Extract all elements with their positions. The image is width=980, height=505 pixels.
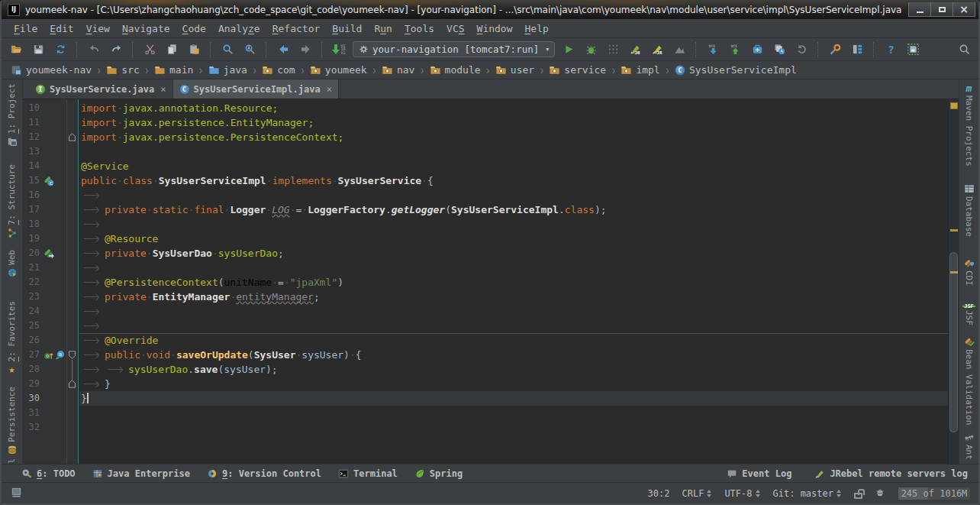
vcs-update-button[interactable]: VCS [704,41,721,58]
breadcrumb-item-java[interactable]: java [207,64,249,76]
sync-button[interactable] [52,41,69,58]
breadcrumb-item-com[interactable]: com [260,64,296,76]
line-number[interactable]: 10 [23,101,40,115]
menu-tools[interactable]: Tools [398,22,440,35]
code-line-11[interactable]: import·javax.persistence.EntityManager; [79,115,948,130]
code-line-19[interactable]: @Resource [79,231,948,246]
bean-class-gutter-icon[interactable]: c [43,173,54,188]
tool-stripe-button-cdi[interactable]: CDI [963,257,975,286]
line-number[interactable]: 21 [23,261,40,275]
vcs-commit-button[interactable]: VCS [727,41,743,58]
tool-stripe-button-persistence[interactable]: Persistence [7,387,18,455]
menu-vcs[interactable]: VCS [440,22,470,35]
memory-indicator[interactable]: 245 of 1016M [898,487,971,500]
menu-refactor[interactable]: Refactor [266,22,327,35]
line-number[interactable]: 14 [23,159,40,173]
undo-button[interactable] [85,41,102,58]
line-number[interactable]: 32 [23,420,40,435]
tool-stripe-button-el[interactable]: el [8,458,16,464]
git-branch-select[interactable]: Git: master [773,488,842,499]
breadcrumb-item-impl[interactable]: impl [619,64,661,76]
tool-stripe-button-7-structure[interactable]: 7: Structure [7,164,18,238]
breadcrumb-item-sysuserserviceimpl[interactable]: CSysUserServiceImpl [673,64,798,76]
menu-build[interactable]: Build [326,22,368,35]
code-line-14[interactable]: @Service [79,159,948,173]
compile-button[interactable]: 011001 [330,41,347,58]
help-button[interactable]: ? [882,41,899,58]
line-number[interactable]: 28 [23,362,40,377]
close-tab-icon[interactable]: × [327,84,332,95]
search-everywhere-button[interactable] [956,41,972,58]
tool-stripe-button-maven-projects[interactable]: mMaven Projects [965,83,973,167]
settings-button[interactable] [827,41,843,58]
inspection-indicator-icon[interactable] [950,102,958,109]
menu-edit[interactable]: Edit [44,22,79,35]
bean-arrow-gutter-icon[interactable] [43,246,54,261]
line-number[interactable]: 31 [23,406,40,420]
tool-button-terminal[interactable]: Terminal [338,468,398,479]
jrebel-save-button[interactable] [904,41,921,58]
maximize-button[interactable] [930,2,953,17]
line-number[interactable]: 29 [23,377,40,391]
code-line-21[interactable] [79,261,948,275]
code-line-15[interactable]: public·class·SysUserServiceImpl·implemen… [79,173,948,188]
code-line-29[interactable]: } [79,377,948,391]
back-button[interactable] [275,41,292,58]
line-number[interactable]: 22 [23,275,40,290]
code-line-31[interactable] [79,406,948,420]
code-line-13[interactable] [79,144,948,159]
breadcrumb-item-user[interactable]: user [494,64,536,76]
fold-up-icon[interactable] [69,377,76,391]
code-line-10[interactable]: import·javax.annotation.Resource; [79,101,948,115]
close-button[interactable]: × [953,2,975,17]
code-line-27[interactable]: public·void·saveOrUpdate(SysUser·sysUser… [79,348,948,362]
line-number[interactable]: 26 [23,333,40,348]
tool-button-jrebel-remote-servers-log[interactable]: JRebel remote servers log [814,468,968,479]
run-configuration-select[interactable]: your-navigation [tomcat7:run]▼ [353,41,555,57]
code-line-22[interactable]: @PersistenceContext(unitName·=·"jpaXml") [79,275,948,290]
hector-inspections-icon[interactable] [875,487,885,500]
menu-file[interactable]: File [8,22,44,35]
replace-button[interactable]: A [241,41,258,58]
tool-stripe-button-database[interactable]: Database [964,183,975,237]
line-number[interactable]: 19 [23,231,40,246]
close-tab-icon[interactable]: × [160,84,166,95]
menu-navigate[interactable]: Navigate [116,22,176,35]
breadcrumb-item-nav[interactable]: nav [380,64,416,76]
vcs-changes-button[interactable] [749,41,766,58]
tool-button-6-todo[interactable]: 6: TODO [21,468,76,479]
code-line-20[interactable]: private·SysUserDao·sysUserDao; [79,246,948,261]
caret-position[interactable]: 30:2 [648,488,670,499]
encoding-select[interactable]: UTF-8 [724,488,760,499]
menu-code[interactable]: Code [176,22,212,35]
vcs-history-button[interactable] [771,41,788,58]
line-ending-select[interactable]: CRLF [682,488,712,499]
line-number[interactable]: 30 [23,391,40,406]
debug-button[interactable] [582,41,599,58]
line-number[interactable]: 23 [23,290,40,304]
tool-button-9-version-control[interactable]: 9: Version Control [207,468,321,479]
save-button[interactable] [30,41,47,58]
open-folder-button[interactable] [8,41,24,58]
tool-stripe-button-bean-validation[interactable]: Bean Validation [964,336,975,425]
jrebel-debug-button[interactable]: JR [649,41,666,58]
cut-button[interactable] [141,41,158,58]
breadcrumb-item-youmeek-nav[interactable]: youmeek-nav [9,64,93,76]
fold-up-icon[interactable] [69,130,76,144]
toolwindow-toggle-button[interactable] [11,487,22,500]
menu-help[interactable]: Help [519,22,555,35]
breadcrumb-item-module[interactable]: module [428,64,482,76]
code-line-30[interactable]: } [79,391,948,406]
line-number[interactable]: 17 [23,202,40,217]
line-number[interactable]: 12 [23,130,40,144]
coverage-button[interactable] [604,41,621,58]
breadcrumb-item-service[interactable]: service [547,64,608,76]
find-button[interactable] [219,41,236,58]
code-line-25[interactable] [79,319,948,333]
line-number[interactable]: 18 [23,217,40,231]
breadcrumb-item-main[interactable]: main [153,64,195,76]
run-button[interactable] [560,41,577,58]
menu-view[interactable]: View [80,22,116,35]
breadcrumb-item-youmeek[interactable]: youmeek [308,64,369,76]
forward-button[interactable] [297,41,314,58]
